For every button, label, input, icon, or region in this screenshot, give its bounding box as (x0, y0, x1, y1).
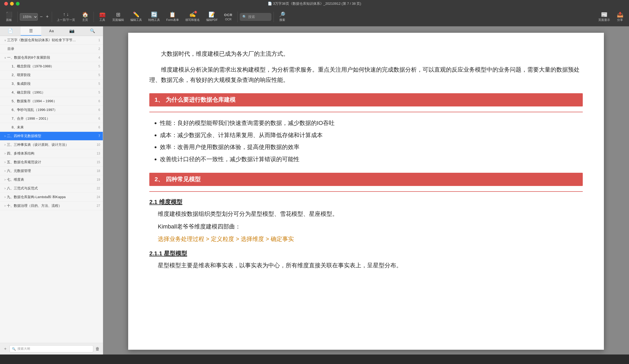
toc-item-chapter5[interactable]: > 五、数据仓库规范设计 15 (0, 158, 103, 167)
toc-item-chapter10[interactable]: > 十、数据治理（目的、方法、流程） 27 (0, 202, 103, 210)
divider-4 (237, 12, 238, 22)
edit-tool-button[interactable]: ✏️ 编辑工具 (128, 10, 145, 24)
home-button[interactable]: 🏠 主页 (79, 10, 91, 24)
sidebar-tab-text[interactable]: Aa (41, 26, 62, 36)
sidebar-tab-toc[interactable]: ☰ (21, 26, 41, 36)
prev-next-button[interactable]: ↑ ↓ 上一页/下一页 (54, 10, 78, 24)
toc-page-num: 6 (94, 125, 100, 129)
toc-item-1-7[interactable]: 7、合并（1998 – 2001） 6 (0, 114, 103, 123)
toc-item-label: 目录 (7, 46, 14, 51)
share-button[interactable]: 📤 分享 (614, 10, 626, 24)
toc-page-num: 5 (94, 91, 100, 94)
toc-item-chapter8[interactable]: > 八、三范式与反范式 22 (0, 184, 103, 193)
toc-item-label: 二、四种常见数据模型 (7, 134, 41, 138)
page-display-icon: 📰 (601, 12, 608, 17)
divider-2 (52, 12, 52, 22)
ocr-icon-wrap: OCR (224, 13, 233, 17)
toc-page-num: 6 (94, 99, 100, 103)
sidebar-footer: ＋ 🔍 搜索大纲 🗑 (0, 343, 103, 354)
minimize-button[interactable] (10, 2, 14, 6)
sidebar-delete-button[interactable]: 🗑 (95, 347, 100, 351)
search-button[interactable]: 🔎 搜索 (276, 10, 289, 24)
close-button[interactable] (4, 2, 8, 6)
tools-button[interactable]: 🧰 工具 (96, 10, 109, 24)
page-edit-icon: ⊞ (116, 12, 121, 17)
toc-item-1-4[interactable]: 4、确立阶段（1991） 5 (0, 88, 103, 97)
toolbar-search[interactable]: 🔍 搜索 (240, 13, 271, 21)
toc-item-label: 3、集成阶段 (12, 81, 31, 86)
sidebar-tabs: 📄 ☰ Aa 📷 🔍 (0, 26, 103, 36)
bullet-item-2: 成本：减少数据冗余、计算结果复用、从而降低存储和计算成本 (160, 130, 583, 141)
toc-item-root[interactable]: ∨ 三万字《数据仓库知识体系》轻松拿下字节… 1 (0, 36, 103, 45)
sidebar-tab-image[interactable]: 📷 (62, 26, 82, 36)
toc-item-label: 1、概念阶段（1978-1988） (12, 64, 54, 69)
next-icon: ↓ (67, 12, 69, 17)
zoom-in-button[interactable]: + (45, 14, 50, 20)
toc-page-num: 10 (94, 143, 100, 147)
toc-item-label: 4、确立阶段（1991） (12, 90, 45, 95)
text-tab-icon: Aa (49, 29, 54, 33)
sub211-title-text: 2.1.1 星型模型 (149, 250, 187, 257)
tools-label: 工具 (99, 18, 105, 22)
sidebar-search-box[interactable]: 🔍 搜索大纲 (10, 345, 93, 352)
toc-item-chapter2-active[interactable]: > 二、四种常见数据模型 7 (0, 132, 103, 141)
page-tab-icon: 📄 (8, 28, 13, 33)
convert-button[interactable]: 🔄 转档工具 (146, 10, 163, 24)
toc-page-num: 1 (94, 38, 100, 42)
toc-item-chapter1[interactable]: ∨ 一、数据仓库的8个发展阶段 4 (0, 53, 103, 62)
share-icon: 📤 (617, 12, 623, 17)
sub21-link: 选择业务处理过程 > 定义粒度 > 选择维度 > 确定事实 (149, 234, 583, 244)
zoom-out-button[interactable]: − (39, 14, 44, 20)
divider-1 (17, 12, 18, 22)
ocr-button[interactable]: OCR OCR (221, 11, 235, 22)
toc-item-1-8[interactable]: 8、未来 6 (0, 123, 103, 132)
toc-item-chapter9[interactable]: > 九、数据仓库架构-Lambda和 和Kappa 24 (0, 193, 103, 202)
bullet-list: 性能：良好的模型能帮我们快速查询需要的数据，减少数据的IO吞吐 成本：减少数据冗… (149, 118, 583, 165)
pdf-area[interactable]: 大数据时代，维度建模已成为各大厂的主流方式。 维度建模从分析决策的需求出发构建模… (103, 26, 629, 354)
form-button[interactable]: 📋 Form表单 (164, 10, 182, 24)
toc-item-1-1[interactable]: 1、概念阶段（1978-1988） 5 (0, 62, 103, 71)
toc-item-label: 三、三种事实表（设计原则、设计方法） (7, 142, 69, 147)
divider-3 (94, 12, 94, 22)
section2-divider (149, 191, 583, 192)
toc-item-contents[interactable]: 目录 2 (0, 45, 103, 53)
toc-item-chapter7[interactable]: > 七、维度表 19 (0, 175, 103, 184)
page-display-button[interactable]: 📰 页面显示 (596, 10, 613, 24)
sub21-body1: 维度建模按数据组织类型划分可分为星型模型、雪花模型、星座模型。 (149, 209, 583, 219)
toc-item-1-6[interactable]: 6、争吵与混乱（1996-1997） 6 (0, 106, 103, 114)
toc-item-label: 四、多维体系结构 (7, 151, 34, 156)
panel-icon: ⬛ (6, 12, 12, 17)
tools-icon: 🧰 (99, 12, 106, 17)
sidebar-tab-search[interactable]: 🔍 (82, 26, 103, 36)
prev-icon: ↑ (63, 12, 66, 17)
window-title: 📄 3万字38页《数据仓库知识体系》_20210912 (第 7 / 38 页) (268, 1, 361, 6)
panel-button[interactable]: ⬛ 面板 (3, 10, 15, 24)
toc-page-num: 27 (94, 204, 100, 208)
toc-item-label: 八、三范式与反范式 (7, 186, 38, 191)
toc-page-num: 19 (94, 178, 100, 181)
edit-pdf-label: 编辑PDF (206, 18, 218, 22)
sign-button[interactable]: ✍️! 填写和签名 (183, 10, 202, 24)
sub21-body2: Kimball老爷爷维度建模四部曲： (149, 221, 583, 232)
zoom-select[interactable]: 155% 100% 125% 150% 200% (20, 13, 38, 21)
sidebar-add-button[interactable]: ＋ (3, 346, 7, 352)
sidebar: 📄 ☰ Aa 📷 🔍 ∨ 三万字《数据仓库知识体系》轻松拿下字节… 1 (0, 26, 103, 354)
toc-item-1-5[interactable]: 5、数据集市（1994 – 1996） 6 (0, 97, 103, 106)
sidebar-tab-page[interactable]: 📄 (0, 26, 21, 36)
page-edit-button[interactable]: ⊞ 页面编辑 (110, 10, 127, 24)
toc-item-label: 7、合并（1998 – 2001） (12, 116, 50, 121)
toc-item-chapter3[interactable]: > 三、三种事实表（设计原则、设计方法） 10 (0, 141, 103, 149)
home-label: 主页 (82, 18, 88, 22)
maximize-button[interactable] (16, 2, 20, 6)
window-controls (4, 2, 20, 6)
toc-page-num: 2 (94, 47, 100, 51)
toc-item-chapter4[interactable]: > 四、多维体系结构 13 (0, 149, 103, 158)
toc-item-chapter6[interactable]: > 六、元数据管理 18 (0, 167, 103, 175)
prev-next-label: 上一页/下一页 (57, 18, 75, 22)
toc-item-1-3[interactable]: 3、集成阶段 5 (0, 80, 103, 88)
toc-page-num: 5 (94, 73, 100, 77)
toc-item-1-2[interactable]: 2、萌芽阶段 5 (0, 71, 103, 80)
edit-tool-icon: ✏️ (133, 12, 140, 17)
edit-pdf-button[interactable]: 📝 编辑PDF (204, 10, 220, 24)
toc-page-num-active: 7 (94, 134, 100, 138)
